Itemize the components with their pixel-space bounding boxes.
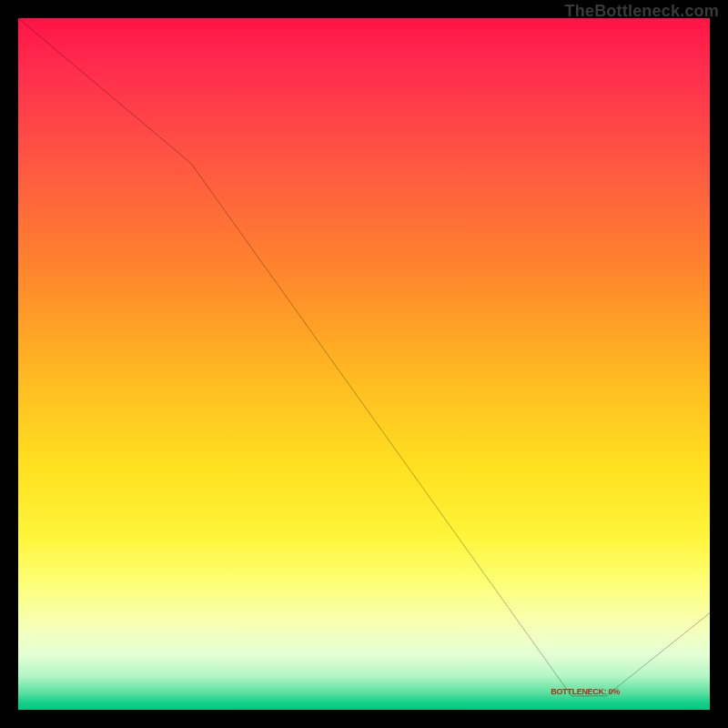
chart-frame: TheBottleneck.com BOTTLENECK: 0% — [0, 0, 728, 728]
bottleneck-annotation: BOTTLENECK: 0% — [551, 687, 620, 696]
chart-line-layer — [18, 18, 710, 710]
plot-area: BOTTLENECK: 0% — [18, 18, 710, 710]
bottleneck-curve — [18, 18, 710, 696]
